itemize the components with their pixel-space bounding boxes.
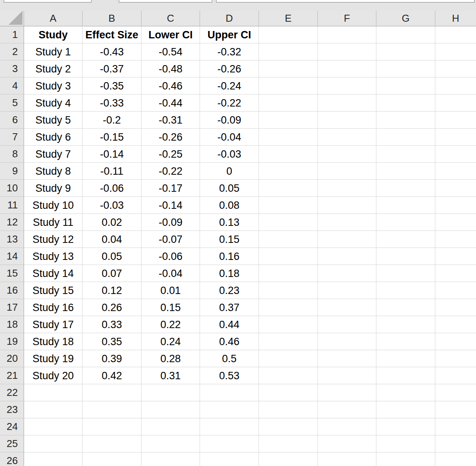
column-header-D[interactable]: D	[200, 11, 259, 26]
cell-A3[interactable]: Study 2	[24, 60, 83, 77]
cell-D26[interactable]	[200, 452, 259, 466]
cell-C20[interactable]: 0.28	[141, 350, 200, 367]
cell-F19[interactable]	[318, 333, 376, 350]
formula-bar-left-segment[interactable]	[119, 0, 212, 3]
cell-H10[interactable]	[435, 180, 476, 197]
cell-B13[interactable]: 0.04	[83, 231, 141, 248]
cell-C16[interactable]: 0.01	[141, 282, 200, 299]
cell-F2[interactable]	[318, 43, 376, 60]
cell-G2[interactable]	[376, 43, 435, 60]
row-header-18[interactable]: 18	[0, 316, 24, 333]
cell-D24[interactable]	[200, 418, 259, 435]
cell-C23[interactable]	[141, 401, 200, 418]
cell-G12[interactable]	[376, 214, 435, 231]
cell-H13[interactable]	[435, 231, 476, 248]
cell-H6[interactable]	[435, 112, 476, 129]
cell-B10[interactable]: -0.06	[83, 180, 141, 197]
cell-E18[interactable]	[259, 316, 318, 333]
cell-A16[interactable]: Study 15	[24, 282, 83, 299]
cell-B24[interactable]	[83, 418, 141, 435]
cell-E4[interactable]	[259, 77, 318, 95]
cell-C6[interactable]: -0.31	[141, 112, 200, 129]
cell-B5[interactable]: -0.33	[83, 95, 141, 112]
cell-A25[interactable]	[24, 435, 83, 452]
cell-H23[interactable]	[435, 401, 476, 418]
cell-H22[interactable]	[435, 384, 476, 401]
cell-F8[interactable]	[318, 146, 376, 163]
row-header-6[interactable]: 6	[0, 112, 24, 129]
row-header-12[interactable]: 12	[0, 214, 24, 231]
cell-A11[interactable]: Study 10	[24, 197, 83, 214]
cell-F3[interactable]	[318, 60, 376, 77]
cell-A9[interactable]: Study 8	[24, 163, 83, 180]
cell-C4[interactable]: -0.46	[141, 77, 200, 95]
cell-H2[interactable]	[435, 43, 476, 60]
cell-C17[interactable]: 0.15	[141, 299, 200, 316]
cell-B19[interactable]: 0.35	[83, 333, 141, 350]
row-header-1[interactable]: 1	[0, 26, 24, 43]
cell-A18[interactable]: Study 17	[24, 316, 83, 333]
cell-F7[interactable]	[318, 129, 376, 146]
cell-A7[interactable]: Study 6	[24, 129, 83, 146]
cell-B11[interactable]: -0.03	[83, 197, 141, 214]
cell-H26[interactable]	[435, 452, 476, 466]
cell-H11[interactable]	[435, 197, 476, 214]
cell-E11[interactable]	[259, 197, 318, 214]
cell-G6[interactable]	[376, 112, 435, 129]
row-header-24[interactable]: 24	[0, 418, 24, 435]
cell-A6[interactable]: Study 5	[24, 112, 83, 129]
cell-C5[interactable]: -0.44	[141, 95, 200, 112]
cell-B16[interactable]: 0.12	[83, 282, 141, 299]
cell-A23[interactable]	[24, 401, 83, 418]
cell-D1[interactable]: Upper CI	[200, 26, 259, 43]
cell-G4[interactable]	[376, 77, 435, 95]
cell-F25[interactable]	[318, 435, 376, 452]
cell-C12[interactable]: -0.09	[141, 214, 200, 231]
cell-F24[interactable]	[318, 418, 376, 435]
cell-D2[interactable]: -0.32	[200, 43, 259, 60]
cell-F18[interactable]	[318, 316, 376, 333]
cell-D22[interactable]	[200, 384, 259, 401]
cell-H24[interactable]	[435, 418, 476, 435]
cell-F21[interactable]	[318, 367, 376, 384]
cell-D16[interactable]: 0.23	[200, 282, 259, 299]
cell-E14[interactable]	[259, 248, 318, 265]
cell-E3[interactable]	[259, 60, 318, 77]
cell-F6[interactable]	[318, 112, 376, 129]
cell-F15[interactable]	[318, 265, 376, 282]
cell-E21[interactable]	[259, 367, 318, 384]
cell-B22[interactable]	[83, 384, 141, 401]
cell-H14[interactable]	[435, 248, 476, 265]
cell-H1[interactable]	[435, 26, 476, 43]
row-header-22[interactable]: 22	[0, 384, 24, 401]
cell-D12[interactable]: 0.13	[200, 214, 259, 231]
cell-H17[interactable]	[435, 299, 476, 316]
cell-B14[interactable]: 0.05	[83, 248, 141, 265]
cell-D15[interactable]: 0.18	[200, 265, 259, 282]
row-header-7[interactable]: 7	[0, 129, 24, 146]
cell-B9[interactable]: -0.11	[83, 163, 141, 180]
cell-H21[interactable]	[435, 367, 476, 384]
cell-B4[interactable]: -0.35	[83, 77, 141, 95]
cell-E24[interactable]	[259, 418, 318, 435]
cell-B7[interactable]: -0.15	[83, 129, 141, 146]
cell-H18[interactable]	[435, 316, 476, 333]
cell-B17[interactable]: 0.26	[83, 299, 141, 316]
row-header-11[interactable]: 11	[0, 197, 24, 214]
row-header-4[interactable]: 4	[0, 77, 24, 95]
cell-E8[interactable]	[259, 146, 318, 163]
cell-A1[interactable]: Study	[24, 26, 83, 43]
row-header-23[interactable]: 23	[0, 401, 24, 418]
cell-A14[interactable]: Study 13	[24, 248, 83, 265]
cell-D4[interactable]: -0.24	[200, 77, 259, 95]
cell-G8[interactable]	[376, 146, 435, 163]
cell-D14[interactable]: 0.16	[200, 248, 259, 265]
cell-G20[interactable]	[376, 350, 435, 367]
cell-C10[interactable]: -0.17	[141, 180, 200, 197]
cell-E17[interactable]	[259, 299, 318, 316]
cell-E9[interactable]	[259, 163, 318, 180]
cell-F22[interactable]	[318, 384, 376, 401]
cell-D19[interactable]: 0.46	[200, 333, 259, 350]
cell-B18[interactable]: 0.33	[83, 316, 141, 333]
cell-G5[interactable]	[376, 95, 435, 112]
